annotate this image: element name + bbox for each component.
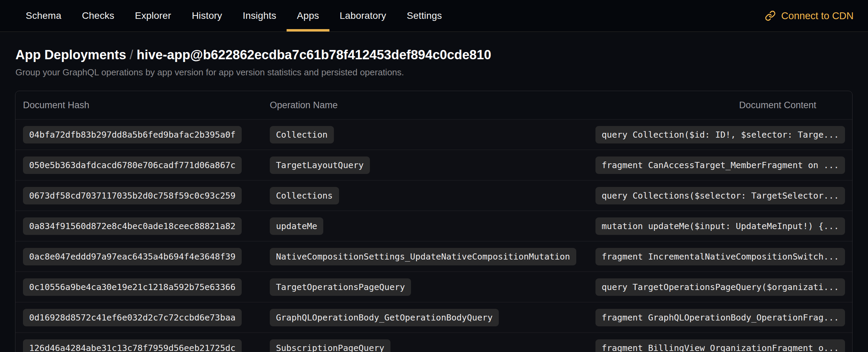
top-nav: Schema Checks Explorer History Insights … bbox=[0, 0, 868, 32]
operation-name-cell: TargetLayoutQuery bbox=[270, 156, 370, 174]
page-header: App Deployments/hive-app@b622862ecdba7c6… bbox=[0, 48, 868, 78]
table-row: 0c10556a9be4ca30e19e21c1218a592b75e63366… bbox=[15, 272, 852, 302]
nav-tabs: Schema Checks Explorer History Insights … bbox=[15, 0, 452, 32]
nav-tab-label: Insights bbox=[243, 10, 276, 21]
deployments-table: Document Hash Operation Name Document Co… bbox=[15, 91, 853, 352]
document-content-value: query Collections($selector: TargetSelec… bbox=[595, 187, 845, 204]
nav-tab-insights[interactable]: Insights bbox=[232, 0, 287, 32]
breadcrumb-separator: / bbox=[126, 48, 137, 62]
nav-tab-label: Settings bbox=[407, 10, 442, 21]
document-hash-cell: 04bfa72dfb83b297dd8a5b6fed9bafac2b395a0f bbox=[23, 126, 270, 143]
document-hash-cell: 126d46a4284abe31c13c78f7959d56eeb21725dc bbox=[23, 339, 270, 352]
table-row: 0a834f91560d872e8c4bec0ade18ceec88821a82… bbox=[15, 211, 852, 241]
document-content-value: mutation updateMe($input: UpdateMeInput!… bbox=[595, 217, 845, 235]
operation-name-value: NativeCompositionSettings_UpdateNativeCo… bbox=[270, 248, 576, 265]
nav-tab-label: Schema bbox=[26, 10, 61, 21]
document-hash-cell: 0673df58cd7037117035b2d0c758f59c0c93c259 bbox=[23, 187, 270, 204]
nav-tab-apps[interactable]: Apps bbox=[287, 0, 329, 32]
breadcrumb: App Deployments/hive-app@b622862ecdba7c6… bbox=[15, 48, 853, 62]
breadcrumb-root[interactable]: App Deployments bbox=[15, 48, 126, 62]
operation-name-value: GraphQLOperationBody_GetOperationBodyQue… bbox=[270, 309, 499, 326]
document-hash-cell: 0d16928d8572c41ef6e032d2c7c72ccbd6e73baa bbox=[23, 309, 270, 326]
nav-tab-explorer[interactable]: Explorer bbox=[125, 0, 182, 32]
operation-name-value: Collection bbox=[270, 126, 334, 143]
document-content-cell: query TargetOperationsPageQuery($organiz… bbox=[595, 278, 845, 296]
column-header-operation-name: Operation Name bbox=[270, 100, 595, 111]
nav-tab-checks[interactable]: Checks bbox=[72, 0, 125, 32]
operation-name-value: TargetLayoutQuery bbox=[270, 156, 370, 174]
document-content-cell: mutation updateMe($input: UpdateMeInput!… bbox=[595, 217, 845, 235]
operation-name-cell: SubscriptionPageQuery bbox=[270, 339, 390, 352]
nav-tab-label: History bbox=[192, 10, 222, 21]
operation-name-value: TargetOperationsPageQuery bbox=[270, 278, 411, 296]
table-row: 04bfa72dfb83b297dd8a5b6fed9bafac2b395a0f… bbox=[15, 119, 852, 150]
document-hash-value: 050e5b363dafdcacd6780e706cadf771d06a867c bbox=[23, 156, 242, 174]
operation-name-value: SubscriptionPageQuery bbox=[270, 339, 390, 352]
nav-tab-label: Laboratory bbox=[340, 10, 386, 21]
connect-to-cdn-button[interactable]: Connect to CDN bbox=[765, 0, 854, 32]
document-content-value: query TargetOperationsPageQuery($organiz… bbox=[595, 278, 845, 296]
document-content-value: fragment BillingView_OrganizationFragmen… bbox=[595, 339, 845, 352]
operation-name-cell: TargetOperationsPageQuery bbox=[270, 278, 411, 296]
table-row: 0ac8e047eddd97a97eac6435a4b694f4e3648f39… bbox=[15, 241, 852, 272]
document-hash-value: 126d46a4284abe31c13c78f7959d56eeb21725dc bbox=[23, 339, 242, 352]
table-row: 050e5b363dafdcacd6780e706cadf771d06a867c… bbox=[15, 150, 852, 180]
column-header-document-content: Document Content bbox=[739, 100, 816, 111]
table-body: 04bfa72dfb83b297dd8a5b6fed9bafac2b395a0f… bbox=[15, 119, 852, 352]
table-row: 126d46a4284abe31c13c78f7959d56eeb21725dc… bbox=[15, 332, 852, 352]
operation-name-cell: GraphQLOperationBody_GetOperationBodyQue… bbox=[270, 309, 499, 326]
link-icon bbox=[765, 10, 776, 21]
column-header-document-hash: Document Hash bbox=[23, 100, 270, 111]
document-content-cell: fragment BillingView_OrganizationFragmen… bbox=[595, 339, 845, 352]
document-content-cell: fragment IncrementalNativeCompositionSwi… bbox=[595, 248, 845, 265]
nav-tab-label: Checks bbox=[82, 10, 114, 21]
page-subtitle: Group your GraphQL operations by app ver… bbox=[15, 67, 853, 78]
document-content-value: query Collection($id: ID!, $selector: Ta… bbox=[595, 126, 845, 143]
document-hash-cell: 0ac8e047eddd97a97eac6435a4b694f4e3648f39 bbox=[23, 248, 270, 265]
document-hash-value: 0673df58cd7037117035b2d0c758f59c0c93c259 bbox=[23, 187, 242, 204]
table-row: 0d16928d8572c41ef6e032d2c7c72ccbd6e73baa… bbox=[15, 302, 852, 332]
operation-name-cell: updateMe bbox=[270, 217, 323, 235]
document-hash-value: 0d16928d8572c41ef6e032d2c7c72ccbd6e73baa bbox=[23, 309, 242, 326]
nav-tab-settings[interactable]: Settings bbox=[397, 0, 453, 32]
document-content-cell: query Collections($selector: TargetSelec… bbox=[595, 187, 845, 204]
breadcrumb-current: hive-app@b622862ecdba7c61b78f412453def89… bbox=[137, 48, 491, 62]
nav-tab-schema[interactable]: Schema bbox=[15, 0, 72, 32]
document-hash-cell: 0c10556a9be4ca30e19e21c1218a592b75e63366 bbox=[23, 278, 270, 296]
operation-name-cell: Collections bbox=[270, 187, 339, 204]
document-hash-cell: 0a834f91560d872e8c4bec0ade18ceec88821a82 bbox=[23, 217, 270, 235]
document-hash-cell: 050e5b363dafdcacd6780e706cadf771d06a867c bbox=[23, 156, 270, 174]
nav-tab-laboratory[interactable]: Laboratory bbox=[329, 0, 397, 32]
table-row: 0673df58cd7037117035b2d0c758f59c0c93c259… bbox=[15, 180, 852, 211]
document-hash-value: 0ac8e047eddd97a97eac6435a4b694f4e3648f39 bbox=[23, 248, 242, 265]
table-header-row: Document Hash Operation Name Document Co… bbox=[15, 91, 852, 119]
document-hash-value: 0a834f91560d872e8c4bec0ade18ceec88821a82 bbox=[23, 217, 242, 235]
operation-name-value: Collections bbox=[270, 187, 339, 204]
document-content-value: fragment IncrementalNativeCompositionSwi… bbox=[595, 248, 845, 265]
document-content-cell: query Collection($id: ID!, $selector: Ta… bbox=[595, 126, 845, 143]
document-content-cell: fragment CanAccessTarget_MemberFragment … bbox=[595, 156, 845, 174]
operation-name-cell: NativeCompositionSettings_UpdateNativeCo… bbox=[270, 248, 576, 265]
nav-tab-label: Explorer bbox=[135, 10, 171, 21]
document-content-value: fragment GraphQLOperationBody_OperationF… bbox=[595, 309, 845, 326]
document-hash-value: 04bfa72dfb83b297dd8a5b6fed9bafac2b395a0f bbox=[23, 126, 242, 143]
nav-tab-history[interactable]: History bbox=[181, 0, 232, 32]
operation-name-value: updateMe bbox=[270, 217, 323, 235]
operation-name-cell: Collection bbox=[270, 126, 334, 143]
document-content-cell: fragment GraphQLOperationBody_OperationF… bbox=[595, 309, 845, 326]
nav-tab-label: Apps bbox=[297, 10, 319, 21]
connect-to-cdn-label: Connect to CDN bbox=[781, 10, 854, 22]
document-content-value: fragment CanAccessTarget_MemberFragment … bbox=[595, 156, 845, 174]
document-hash-value: 0c10556a9be4ca30e19e21c1218a592b75e63366 bbox=[23, 278, 242, 296]
